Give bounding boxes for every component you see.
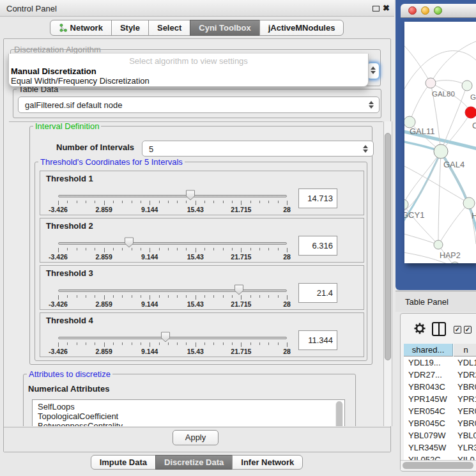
list-item-selfloops[interactable]: SelfLoops	[33, 400, 344, 411]
node-gal4[interactable]	[434, 144, 448, 158]
dropdown-option-manual-discretization[interactable]: Manual Discretization	[11, 66, 96, 76]
apply-button[interactable]: Apply	[173, 430, 219, 445]
threshold-3-value-field[interactable]: 21.4	[298, 283, 337, 303]
tab-network[interactable]: Network	[50, 20, 112, 36]
dropdown-option-equal-width-frequency[interactable]: Equal Width/Frequency Discretization	[11, 76, 150, 86]
slider-ruler	[58, 342, 287, 348]
edge	[404, 151, 441, 213]
thresholds-group-label: Threshold's Coordinates for 5 Intervals	[38, 157, 185, 167]
edge	[431, 41, 476, 83]
tab-discretize-data[interactable]: Discretize Data	[155, 455, 233, 470]
network-canvas[interactable]: GAL80 GA GAL11 C GAL4 GCY1 H HAP2	[404, 22, 476, 263]
threshold-1-slider-thumb[interactable]	[185, 190, 195, 201]
attributes-group-label: Attributes to discretize	[27, 369, 112, 379]
node-label: HAP2	[440, 251, 461, 260]
node[interactable]	[462, 81, 472, 91]
table-row[interactable]: YDL19...YDL1	[404, 357, 476, 369]
table-horizontal-scrollbar[interactable]	[401, 460, 476, 470]
threshold-4-value-field[interactable]: 11.344	[298, 330, 337, 350]
table-row[interactable]: YDR27...YDR2	[404, 369, 476, 381]
close-traffic-light-icon[interactable]	[408, 6, 417, 15]
list-item-topologicalcoefficient[interactable]: TopologicalCoefficient	[33, 411, 344, 421]
threshold-2-value-field[interactable]: 6.316	[298, 236, 337, 256]
checkbox-icon[interactable]: ✓	[454, 326, 461, 334]
column-header-shared-name[interactable]: shared...	[404, 344, 453, 357]
tab-cyni-toolbox[interactable]: Cyni Toolbox	[190, 20, 259, 36]
combobox-stepper-icon	[369, 101, 374, 109]
settings-vertical-scrollbar[interactable]	[383, 121, 392, 426]
table-data-selected-value: galFiltered.sif default node	[25, 100, 122, 110]
edge	[438, 203, 469, 245]
slider-tick-labels: -3.426 2.859 9.144 15.43 21.715 28	[58, 300, 287, 308]
table-row[interactable]: YER054CYER0	[404, 405, 476, 417]
network-view-window: GAL80 GA GAL11 C GAL4 GCY1 H HAP2	[395, 0, 476, 290]
control-panel-titlebar: Control Panel ✖	[0, 0, 394, 17]
table-row[interactable]: YBL079WYBL0	[404, 429, 476, 441]
tab-select[interactable]: Select	[148, 20, 190, 36]
node-label: GAL4	[443, 160, 464, 169]
tab-style[interactable]: Style	[111, 20, 149, 36]
slider-tick-labels: -3.426 2.859 9.144 15.43 21.715 28	[58, 253, 287, 261]
node-label: GA	[470, 93, 476, 101]
number-of-intervals-label: Number of Intervals	[56, 142, 134, 152]
network-graph: GAL80 GA GAL11 C GAL4 GCY1 H HAP2	[404, 22, 476, 263]
interval-definition-group-label: Interval Definition	[33, 121, 101, 131]
table-panel-title: Table Panel	[405, 297, 449, 307]
threshold-1-value-field[interactable]: 14.713	[298, 188, 337, 208]
edge	[431, 81, 467, 86]
slider-ruler	[58, 248, 287, 253]
zoom-traffic-light-icon[interactable]	[434, 6, 442, 15]
node-label: GAL11	[410, 127, 435, 136]
node-gal80[interactable]	[426, 78, 436, 88]
threshold-4-slider-thumb[interactable]	[161, 332, 171, 342]
attributes-list-scrollbar[interactable]	[335, 401, 343, 426]
threshold-2-panel: Threshold 2 -3.426 2.859 9.144 15.43 21.…	[40, 218, 364, 263]
number-of-intervals-combobox[interactable]: 5	[142, 141, 374, 157]
slider-tick-labels: -3.426 2.859 9.144 15.43 21.715 28	[58, 348, 287, 355]
minimize-traffic-light-icon[interactable]	[421, 6, 429, 15]
threshold-3-slider-track[interactable]	[58, 289, 287, 292]
tab-jactivemnodules[interactable]: jActiveMNodules	[259, 20, 344, 36]
slider-ruler	[58, 295, 287, 300]
tab-network-label: Network	[70, 20, 103, 35]
show-columns-icon[interactable]	[432, 322, 446, 336]
gear-icon[interactable]	[413, 322, 426, 335]
edge	[404, 233, 438, 245]
table-data-combobox[interactable]: galFiltered.sif default node	[18, 96, 380, 113]
table-row[interactable]: YLR345WYLR3	[404, 441, 476, 454]
bottom-tab-bar: Impute Data Discretize Data Infer Networ…	[0, 455, 394, 470]
table-row[interactable]: YPR145WYPR1	[404, 393, 476, 405]
list-item-betweennesscentrality[interactable]: BetweennessCentrality	[33, 421, 344, 426]
node-label: GAL80	[432, 90, 455, 98]
tab-impute-data[interactable]: Impute Data	[91, 455, 156, 470]
node-attribute-table: shared... n YDL19...YDL1 YDR27...YDR2 YB…	[404, 344, 476, 463]
combobox-stepper-icon	[371, 66, 376, 74]
node-hap2[interactable]	[434, 240, 443, 249]
threshold-1-slider-track[interactable]	[58, 195, 287, 197]
number-of-intervals-value: 5	[149, 144, 153, 153]
dropdown-hint: Select algorithm to view settings	[9, 56, 368, 66]
algorithm-combobox[interactable]	[367, 63, 380, 79]
node[interactable]	[463, 197, 475, 209]
threshold-2-slider-track[interactable]	[58, 242, 287, 245]
scrollbar-thumb[interactable]	[385, 133, 391, 360]
scrollbar-thumb[interactable]	[403, 462, 473, 469]
tab-infer-network[interactable]: Infer Network	[232, 455, 303, 470]
threshold-3-slider-thumb[interactable]	[234, 284, 243, 295]
table-row[interactable]: YBR045CYBR0	[404, 417, 476, 429]
table-panel-titlebar: Table Panel	[395, 291, 476, 312]
numerical-attributes-label: Numerical Attributes	[28, 384, 109, 394]
close-icon[interactable]: ✖	[383, 3, 390, 13]
node-label: H	[472, 211, 476, 220]
threshold-4-label: Threshold 4	[46, 316, 93, 325]
table-row[interactable]: YBR043CYBR0	[404, 381, 476, 393]
window-title: Control Panel	[6, 4, 57, 13]
threshold-4-slider-track[interactable]	[58, 337, 287, 339]
float-window-icon[interactable]	[372, 6, 380, 12]
node-selected-red[interactable]	[465, 107, 476, 118]
threshold-2-label: Threshold 2	[46, 221, 93, 231]
checkbox-icon[interactable]: ✓	[464, 326, 472, 334]
threshold-2-slider-thumb[interactable]	[124, 237, 134, 248]
column-header-name[interactable]: n	[454, 344, 476, 357]
edge	[404, 41, 431, 83]
